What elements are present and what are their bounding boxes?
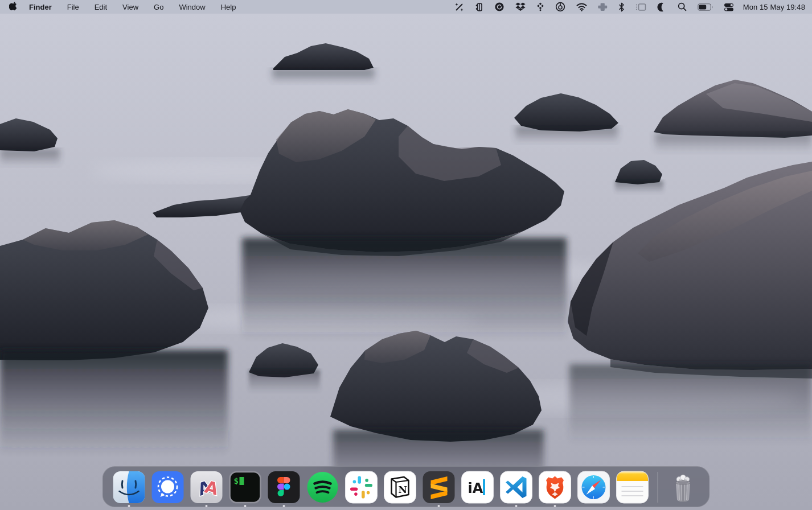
power-circle-icon[interactable] <box>555 0 565 14</box>
ia-writer-app-icon: iA <box>461 471 494 504</box>
dock-item-slack[interactable] <box>345 471 378 507</box>
overlapping-a-letters-app-icon: A A <box>190 471 223 504</box>
running-indicator-dot <box>244 505 247 507</box>
dropbox-icon[interactable] <box>515 0 526 14</box>
dock: A A $ <box>102 466 710 507</box>
brave-app-icon <box>539 471 572 504</box>
dock-item-spotify[interactable] <box>306 471 339 507</box>
vscode-app-icon <box>500 471 533 504</box>
svg-text:iA: iA <box>468 480 483 496</box>
active-app-menu[interactable]: Finder <box>29 3 52 11</box>
display-panel-icon-disabled[interactable] <box>635 0 646 14</box>
dock-item-finder[interactable] <box>113 471 146 507</box>
dock-item-trash[interactable] <box>667 471 700 504</box>
dock-item-figma[interactable] <box>268 471 301 507</box>
dock-item-a-letters-app[interactable]: A A <box>190 471 223 507</box>
focus-moon-icon[interactable] <box>657 0 667 14</box>
menu-file[interactable]: File <box>67 3 79 11</box>
dock-item-sublime-text[interactable] <box>423 471 456 507</box>
dock-item-notes[interactable] <box>616 471 649 507</box>
slack-app-icon <box>345 471 378 504</box>
menu-bar-left: Finder File Edit View Go Window Help <box>0 1 251 13</box>
spotify-app-icon <box>306 471 339 504</box>
notion-app-icon: N <box>384 471 417 504</box>
trash-full-icon <box>667 471 700 504</box>
control-center-icon[interactable] <box>724 0 734 14</box>
battery-icon[interactable] <box>698 0 713 14</box>
dock-item-ia-writer[interactable]: iA <box>461 471 494 507</box>
running-indicator-dot <box>438 505 440 507</box>
running-indicator-dot <box>515 505 518 507</box>
adobe-creative-cloud-icon[interactable] <box>494 0 505 14</box>
magic-wand-sparkles-icon[interactable] <box>454 0 464 14</box>
finder-app-icon <box>113 471 146 504</box>
sublime-text-app-icon <box>423 471 456 504</box>
menu-window[interactable]: Window <box>179 3 205 11</box>
dock-divider <box>658 472 658 503</box>
apple-menu[interactable] <box>9 1 18 13</box>
signal-app-icon <box>151 471 184 504</box>
notes-app-icon <box>616 471 649 504</box>
dock-item-brave[interactable] <box>539 471 572 507</box>
svg-text:N: N <box>399 484 408 495</box>
spotlight-search-icon[interactable] <box>678 0 687 14</box>
safari-app-icon <box>577 471 610 504</box>
menu-view[interactable]: View <box>122 3 138 11</box>
running-indicator-dot <box>128 505 130 507</box>
dock-item-safari[interactable] <box>577 471 610 507</box>
apple-logo-icon <box>9 1 18 13</box>
dock-item-signal[interactable] <box>151 471 184 507</box>
menu-bar-status-area: Mon 15 May 19:48 <box>444 0 812 14</box>
menu-help[interactable]: Help <box>221 3 236 11</box>
dock-item-terminal[interactable]: $ <box>229 471 262 507</box>
menu-edit[interactable]: Edit <box>95 3 107 11</box>
diamond-cluster-icon[interactable] <box>536 0 544 14</box>
terminal-app-icon: $ <box>229 471 262 504</box>
running-indicator-dot <box>283 505 285 507</box>
menu-bar: Finder File Edit View Go Window Help <box>0 0 812 14</box>
desktop-wallpaper <box>0 0 812 510</box>
wifi-icon[interactable] <box>576 0 587 14</box>
plus-cross-icon-disabled[interactable] <box>598 0 608 14</box>
svg-text:$: $ <box>234 476 239 486</box>
clip-pill-icon[interactable] <box>475 0 483 14</box>
bluetooth-icon[interactable] <box>618 0 625 14</box>
figma-app-icon <box>268 471 301 504</box>
menu-bar-clock[interactable]: Mon 15 May 19:48 <box>743 3 805 11</box>
menu-go[interactable]: Go <box>154 3 163 11</box>
dock-item-vscode[interactable] <box>500 471 533 507</box>
running-indicator-dot <box>554 505 556 507</box>
running-indicator-dot <box>206 505 208 507</box>
dock-item-notion[interactable]: N <box>384 471 417 507</box>
